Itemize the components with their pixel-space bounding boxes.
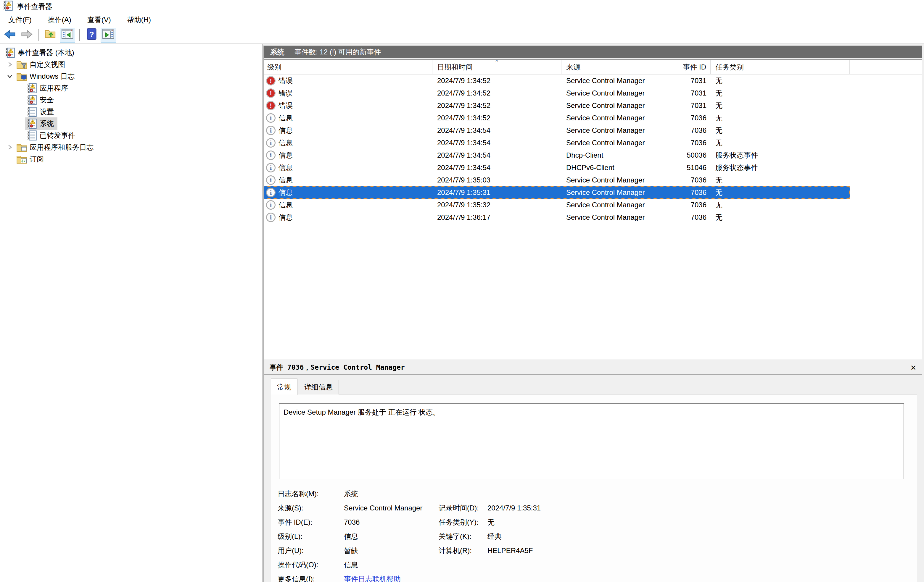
event-id: 7036 bbox=[665, 213, 711, 222]
tree-item-body: Windows 日志 bbox=[15, 70, 78, 82]
event-row[interactable]: !错误2024/7/9 1:34:52Service Control Manag… bbox=[264, 99, 850, 112]
event-log-online-help-link[interactable]: 事件日志联机帮助 bbox=[344, 575, 401, 582]
field-label: 操作代码(O): bbox=[277, 560, 344, 570]
event-row[interactable]: i信息2024/7/9 1:34:54Service Control Manag… bbox=[264, 124, 850, 136]
up-level-icon bbox=[45, 28, 57, 42]
chevron-down-icon[interactable] bbox=[5, 73, 15, 80]
chevron-right-icon[interactable] bbox=[5, 144, 15, 151]
event-source: Service Control Manager bbox=[561, 77, 665, 85]
event-row[interactable]: i信息2024/7/9 1:34:54Service Control Manag… bbox=[264, 136, 850, 149]
log-alert-icon bbox=[26, 83, 37, 93]
console-tree-toggle-button[interactable] bbox=[60, 28, 75, 43]
general-tab-page: Device Setup Manager 服务处于 正在运行 状态。 日志名称(… bbox=[271, 394, 917, 582]
log-name: 系统 bbox=[270, 47, 284, 57]
event-datetime: 2024/7/9 1:35:31 bbox=[432, 188, 561, 197]
sidebar-item-application[interactable]: 应用程序 bbox=[0, 82, 262, 94]
detail-title: 事件 7036，Service Control Manager bbox=[270, 363, 405, 372]
menu-item-file[interactable]: 文件(F) bbox=[4, 14, 36, 26]
event-row[interactable]: i信息2024/7/9 1:34:52Service Control Manag… bbox=[264, 112, 850, 124]
field-value: 7036 bbox=[344, 518, 439, 526]
menu-item-view[interactable]: 查看(V) bbox=[83, 14, 115, 26]
back-button[interactable] bbox=[2, 28, 18, 43]
event-id: 50036 bbox=[665, 151, 711, 159]
action-pane-toggle-button[interactable] bbox=[101, 28, 116, 43]
list-header-bar: 系统 事件数: 12 (!) 可用的新事件 bbox=[264, 46, 922, 59]
event-id: 7031 bbox=[665, 89, 711, 97]
sidebar-item-apps-services-logs[interactable]: 应用程序和服务日志 bbox=[0, 141, 262, 153]
window-title: 事件查看器 bbox=[17, 2, 53, 11]
event-row[interactable]: i信息2024/7/9 1:35:32Service Control Manag… bbox=[264, 199, 850, 211]
log-alert-icon bbox=[26, 118, 37, 129]
sidebar-item-windows-logs[interactable]: Windows 日志 bbox=[0, 71, 262, 82]
field-value: 无 bbox=[487, 518, 917, 527]
info-icon: i bbox=[266, 138, 276, 148]
detail-field-row: 操作代码(O):信息 bbox=[277, 558, 917, 572]
main-content: 事件查看器 (本地) 自定义视图 Windows 日志 应用程序 安全设置 系统… bbox=[0, 44, 924, 582]
menu-item-help[interactable]: 帮助(H) bbox=[123, 14, 155, 26]
event-category: 无 bbox=[711, 213, 850, 222]
event-row[interactable]: i信息2024/7/9 1:34:54DHCPv6-Client51046服务状… bbox=[264, 161, 850, 174]
error-icon: ! bbox=[266, 76, 276, 85]
event-row[interactable]: i信息2024/7/9 1:34:54Dhcp-Client50036服务状态事… bbox=[264, 149, 850, 161]
main-panel: 系统 事件数: 12 (!) 可用的新事件 级别^日期和时间来源事件 ID任务类… bbox=[263, 44, 924, 582]
forward-button[interactable] bbox=[19, 28, 34, 43]
chevron-right-icon[interactable] bbox=[5, 61, 15, 68]
event-category: 服务状态事件 bbox=[711, 163, 850, 173]
field-label: 任务类别(Y): bbox=[439, 518, 487, 527]
tree-item-body: 系统 bbox=[25, 117, 58, 130]
event-id: 7031 bbox=[665, 77, 711, 85]
sidebar-item-custom-views[interactable]: 自定义视图 bbox=[0, 59, 262, 71]
event-row[interactable]: i信息2024/7/9 1:35:31Service Control Manag… bbox=[264, 186, 850, 199]
event-source: Service Control Manager bbox=[561, 201, 665, 209]
event-id: 7036 bbox=[665, 139, 711, 147]
sort-ascending-icon: ^ bbox=[496, 60, 498, 64]
column-header-3[interactable]: 事件 ID bbox=[665, 60, 711, 74]
event-source: Dhcp-Client bbox=[561, 151, 665, 159]
event-datetime: 2024/7/9 1:34:54 bbox=[432, 164, 561, 172]
column-header-4[interactable]: 任务类别 bbox=[711, 60, 850, 74]
column-header-2[interactable]: 来源 bbox=[561, 60, 665, 74]
field-value: 暂缺 bbox=[344, 546, 439, 556]
level-label: 信息 bbox=[279, 163, 293, 173]
event-category: 无 bbox=[711, 200, 850, 210]
event-row[interactable]: i信息2024/7/9 1:36:17Service Control Manag… bbox=[264, 211, 850, 224]
events-summary: 事件数: 12 (!) 可用的新事件 bbox=[294, 47, 381, 57]
up-level-button[interactable] bbox=[43, 28, 59, 43]
sidebar-item-setup[interactable]: 设置 bbox=[0, 106, 262, 118]
event-row[interactable]: i信息2024/7/9 1:35:03Service Control Manag… bbox=[264, 174, 850, 186]
column-header-1[interactable]: ^日期和时间 bbox=[432, 60, 561, 74]
event-source: Service Control Manager bbox=[561, 126, 665, 135]
field-value: 2024/7/9 1:35:31 bbox=[487, 504, 917, 512]
column-header-row: 级别^日期和时间来源事件 ID任务类别 bbox=[264, 60, 922, 74]
tab-general[interactable]: 常规 bbox=[271, 378, 297, 395]
tree-item-label: 应用程序 bbox=[39, 83, 71, 94]
field-value: HELPER4A5F bbox=[487, 546, 917, 555]
tree-item-label: 订阅 bbox=[29, 154, 46, 164]
event-row[interactable]: !错误2024/7/9 1:34:52Service Control Manag… bbox=[264, 74, 850, 87]
sidebar-item-system[interactable]: 系统 bbox=[0, 118, 262, 130]
level-label: 信息 bbox=[279, 213, 293, 222]
column-header-0[interactable]: 级别 bbox=[264, 60, 432, 74]
tree-item-label: 应用程序和服务日志 bbox=[29, 142, 96, 153]
close-icon[interactable]: ✕ bbox=[911, 363, 916, 372]
tree-item-label: 系统 bbox=[39, 118, 56, 129]
tab-details[interactable]: 详细信息 bbox=[298, 380, 339, 395]
sidebar-item-subscriptions[interactable]: 订阅 bbox=[0, 153, 262, 165]
tree-item-label: 已转发事件 bbox=[39, 130, 78, 141]
menu-item-action[interactable]: 操作(A) bbox=[43, 14, 76, 26]
event-datetime: 2024/7/9 1:35:32 bbox=[432, 201, 561, 209]
sidebar-item-forwarded-events[interactable]: 已转发事件 bbox=[0, 130, 262, 141]
folder-windows-icon bbox=[16, 71, 27, 82]
event-row[interactable]: !错误2024/7/9 1:34:52Service Control Manag… bbox=[264, 87, 850, 99]
sidebar-item-event-viewer-local[interactable]: 事件查看器 (本地) bbox=[0, 47, 262, 59]
field-label: 关键字(K): bbox=[439, 532, 487, 541]
help-icon: ? bbox=[86, 28, 98, 43]
help-button[interactable]: ? bbox=[84, 28, 99, 43]
info-icon: i bbox=[266, 213, 276, 222]
detail-field-row: 级别(L):信息关键字(K):经典 bbox=[277, 529, 917, 544]
detail-field-row: 更多信息(I):事件日志联机帮助 bbox=[277, 572, 917, 582]
level-label: 信息 bbox=[279, 188, 293, 197]
sidebar-item-security[interactable]: 安全 bbox=[0, 94, 262, 106]
log-plain-icon bbox=[26, 107, 37, 117]
event-list-frame: 系统 事件数: 12 (!) 可用的新事件 级别^日期和时间来源事件 ID任务类… bbox=[263, 46, 922, 582]
